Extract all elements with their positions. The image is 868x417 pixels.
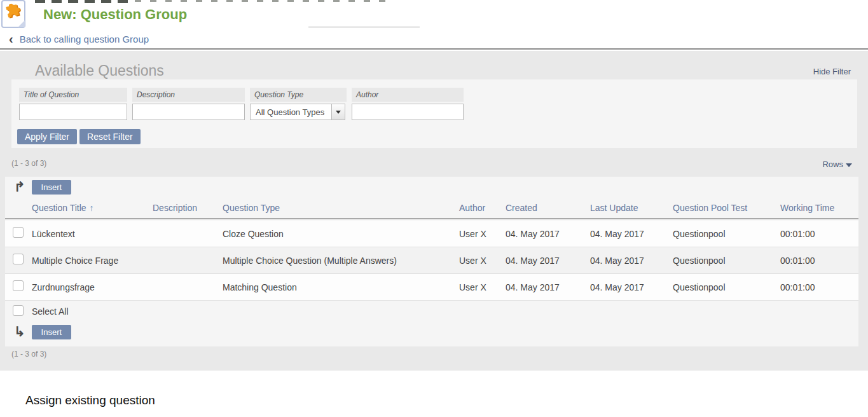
back-chevron-icon: ‹: [9, 33, 13, 44]
column-header-created[interactable]: Created: [506, 203, 590, 213]
cell-working-time: 00:01:00: [780, 282, 858, 292]
question-type-select[interactable]: All Question Types: [250, 104, 345, 120]
page-title: New: Question Group: [43, 6, 187, 23]
back-link[interactable]: ‹ Back to calling question Group: [9, 32, 149, 46]
filter-field-description: Description: [132, 88, 245, 120]
arrow-up-right-icon: ↱: [14, 181, 25, 193]
back-link-label: Back to calling question Group: [20, 34, 149, 44]
sort-ascending-icon: ↑: [90, 203, 94, 213]
row-checkbox[interactable]: [13, 254, 24, 264]
section-heading: Available Questions: [35, 62, 164, 79]
cell-last-update: 04. May 2017: [590, 229, 673, 239]
checkbox-cell: [5, 305, 32, 318]
select-dropdown-button[interactable]: [331, 104, 345, 120]
checkbox-cell: [5, 227, 32, 240]
column-header-working-time[interactable]: Working Time: [780, 203, 858, 213]
title-of-question-input[interactable]: [19, 104, 127, 120]
arrow-down-right-icon: ↳: [14, 325, 25, 338]
checkbox-cell: [5, 254, 32, 267]
header-divider: [0, 48, 868, 50]
cell-question-pool-test: Questionpool: [673, 282, 780, 292]
description-input[interactable]: [132, 104, 245, 120]
filter-field-author: Author: [352, 88, 464, 120]
chevron-down-icon: [336, 111, 341, 114]
question-group-icon: [1, 0, 25, 28]
filter-label-author: Author: [352, 88, 464, 102]
row-checkbox[interactable]: [13, 227, 24, 238]
filter-label-title: Title of Question: [19, 88, 127, 102]
reset-filter-button[interactable]: Reset Filter: [79, 129, 141, 144]
result-range-top: (1 - 3 of 3): [11, 159, 46, 168]
cell-question-type: Cloze Question: [223, 229, 459, 239]
select-all-row: Select All: [5, 301, 858, 322]
cell-question-type: Matching Question: [223, 282, 459, 292]
filter-buttons: Apply Filter Reset Filter: [17, 129, 141, 144]
insert-top-row: ↱ Insert: [5, 177, 858, 197]
cell-question-type: Multiple Choice Question (Multiple Answe…: [223, 256, 459, 266]
result-range-bottom: (1 - 3 of 3): [11, 350, 46, 359]
filter-label-description: Description: [132, 88, 245, 102]
cell-question-title: Lückentext: [32, 229, 153, 239]
column-header-description[interactable]: Description: [153, 203, 223, 213]
table-body: Lückentext Cloze Question User X 04. May…: [5, 221, 858, 301]
folded-corner: [18, 20, 25, 27]
column-header-last-update[interactable]: Last Update: [590, 203, 673, 213]
chevron-down-icon: [846, 163, 852, 167]
checkbox-cell: [5, 280, 32, 294]
rows-dropdown[interactable]: Rows: [822, 160, 852, 169]
insert-bottom-button[interactable]: Insert: [32, 325, 72, 339]
column-header-question-type[interactable]: Question Type: [223, 203, 459, 213]
cell-working-time: 00:01:00: [780, 256, 858, 266]
filter-field-title: Title of Question: [19, 88, 127, 120]
top-header: New: Question Group ‹ Back to calling qu…: [0, 0, 868, 51]
row-checkbox[interactable]: [13, 280, 24, 291]
cell-created: 04. May 2017: [506, 229, 590, 239]
apply-filter-button[interactable]: Apply Filter: [17, 129, 77, 144]
questions-table: ↱ Insert Question Title↑ Description Que…: [5, 177, 858, 346]
table-row: Zurdnungsfrage Matching Question User X …: [5, 274, 858, 301]
author-input[interactable]: [352, 104, 464, 120]
cell-question-pool-test: Questionpool: [673, 256, 780, 266]
cell-created: 04. May 2017: [506, 282, 590, 292]
cell-author: User X: [459, 229, 506, 239]
clipped-text-fragment: [135, 0, 394, 2]
cell-question-title: Multiple Choice Frage: [32, 256, 153, 266]
cell-author: User X: [459, 282, 506, 292]
filter-field-question-type: Question Type All Question Types: [250, 88, 347, 120]
cell-question-pool-test: Questionpool: [673, 229, 780, 239]
question-type-selected-value: All Question Types: [251, 107, 331, 117]
table-header-row: Question Title↑ Description Question Typ…: [5, 197, 858, 219]
insert-bottom-row: ↳ Insert: [5, 322, 858, 342]
filter-label-question-type: Question Type: [250, 88, 347, 102]
cell-created: 04. May 2017: [506, 256, 590, 266]
filter-panel: Title of Question Description Question T…: [11, 79, 857, 148]
cell-working-time: 00:01:00: [780, 229, 858, 239]
cell-last-update: 04. May 2017: [590, 256, 673, 266]
rows-dropdown-label: Rows: [822, 160, 843, 169]
bottom-area: Assign existing question: [0, 371, 868, 417]
hide-filter-link[interactable]: Hide Filter: [813, 67, 851, 76]
select-all-label: Select All: [32, 306, 153, 317]
column-header-question-title[interactable]: Question Title↑: [32, 203, 153, 213]
clipped-text-fragment: [35, 0, 130, 3]
select-all-checkbox[interactable]: [13, 305, 24, 316]
insert-top-button[interactable]: Insert: [32, 180, 72, 195]
column-header-question-pool-test[interactable]: Question Pool Test: [673, 203, 780, 213]
cell-last-update: 04. May 2017: [590, 282, 673, 292]
assign-existing-question-caption: Assign existing question: [25, 393, 155, 407]
table-row: Lückentext Cloze Question User X 04. May…: [5, 221, 858, 247]
divider-segment: [308, 27, 420, 27]
table-row: Multiple Choice Frage Multiple Choice Qu…: [5, 247, 858, 274]
column-header-author[interactable]: Author: [459, 203, 506, 213]
cell-question-title: Zurdnungsfrage: [32, 282, 153, 292]
cell-author: User X: [459, 256, 506, 266]
available-questions-section: Available Questions Hide Filter Title of…: [0, 51, 868, 371]
